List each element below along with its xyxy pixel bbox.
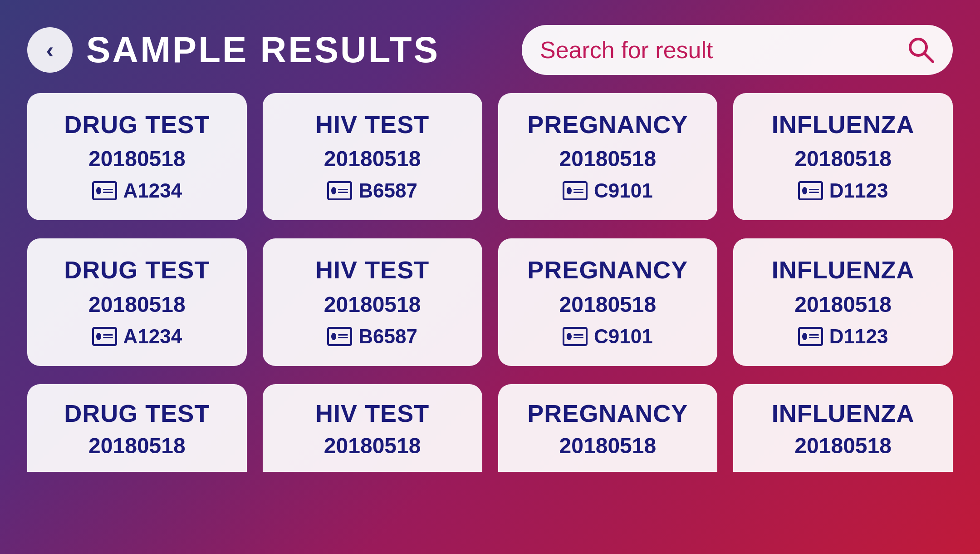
search-bar [522, 25, 953, 75]
id-icon [92, 181, 117, 200]
card-id: C9101 [563, 179, 653, 202]
id-line [103, 192, 113, 193]
card-date: 20180518 [88, 292, 186, 317]
card-title: INFLUENZA [772, 111, 915, 138]
id-lines-icon [103, 334, 113, 338]
id-icon [327, 181, 352, 200]
id-line [338, 189, 348, 190]
id-lines-icon [573, 189, 583, 193]
card-id-value: D1123 [829, 325, 888, 348]
list-item[interactable]: PREGNANCY 20180518 C9101 [498, 238, 718, 366]
id-icon [563, 181, 588, 200]
id-lines-icon [103, 189, 113, 193]
card-date: 20180518 [794, 433, 892, 458]
card-date: 20180518 [324, 146, 421, 171]
id-face-icon [567, 187, 572, 194]
id-face-icon [331, 333, 336, 340]
id-lines-icon [809, 334, 819, 338]
card-title: DRUG TEST [64, 257, 210, 283]
list-item[interactable]: PREGNANCY 20180518 [498, 384, 718, 472]
card-date: 20180518 [559, 146, 657, 171]
list-item[interactable]: PREGNANCY 20180518 C9101 [498, 93, 718, 220]
search-icon [907, 36, 935, 64]
id-lines-icon [338, 334, 348, 338]
id-line [338, 192, 348, 193]
list-item[interactable]: INFLUENZA 20180518 [733, 384, 953, 472]
card-id-value: C9101 [594, 325, 653, 348]
back-button[interactable]: ‹ [27, 27, 73, 73]
card-title: HIV TEST [315, 400, 429, 427]
id-face-icon [802, 187, 807, 194]
list-item[interactable]: HIV TEST 20180518 [263, 384, 482, 472]
main-container: ‹ SAMPLE RESULTS DRUG TEST 20180518 [0, 0, 980, 554]
id-line [809, 334, 819, 336]
header: ‹ SAMPLE RESULTS [27, 25, 953, 75]
card-date: 20180518 [559, 433, 657, 458]
id-face-icon [331, 187, 336, 194]
card-grid-row3: DRUG TEST 20180518 HIV TEST 20180518 PRE… [27, 384, 953, 472]
id-icon [798, 181, 823, 200]
list-item[interactable]: DRUG TEST 20180518 A1234 [27, 93, 247, 220]
page-title: SAMPLE RESULTS [86, 29, 440, 71]
id-line [573, 192, 583, 193]
card-id: D1123 [798, 179, 888, 202]
search-input[interactable] [540, 36, 907, 64]
card-title: PREGNANCY [527, 400, 688, 427]
card-date: 20180518 [88, 146, 186, 171]
id-icon [92, 327, 117, 346]
card-id-value: D1123 [829, 179, 888, 202]
card-id-value: A1234 [123, 325, 182, 348]
card-id-value: A1234 [123, 179, 182, 202]
id-line [573, 189, 583, 190]
id-line [103, 189, 113, 190]
list-item[interactable]: INFLUENZA 20180518 D1123 [733, 238, 953, 366]
id-line [573, 337, 583, 338]
card-grid-row1: DRUG TEST 20180518 A1234 HIV TEST 201805… [27, 93, 953, 220]
id-icon [563, 327, 588, 346]
list-item[interactable]: INFLUENZA 20180518 D1123 [733, 93, 953, 220]
id-lines-icon [809, 189, 819, 193]
id-face-icon [802, 333, 807, 340]
id-lines-icon [573, 334, 583, 338]
card-title: PREGNANCY [527, 111, 688, 138]
card-grid-row2: DRUG TEST 20180518 A1234 HIV TEST 201805… [27, 238, 953, 366]
list-item[interactable]: HIV TEST 20180518 B6587 [263, 93, 482, 220]
list-item[interactable]: DRUG TEST 20180518 A1234 [27, 238, 247, 366]
id-face-icon [96, 333, 101, 340]
card-id-value: B6587 [358, 179, 417, 202]
card-id-value: B6587 [358, 325, 417, 348]
search-button[interactable] [907, 36, 935, 64]
id-lines-icon [338, 189, 348, 193]
card-title: PREGNANCY [527, 257, 688, 283]
svg-line-1 [924, 53, 933, 62]
id-line [573, 334, 583, 336]
header-left: ‹ SAMPLE RESULTS [27, 27, 440, 73]
id-line [338, 337, 348, 338]
id-line [809, 192, 819, 193]
id-face-icon [567, 333, 572, 340]
card-date: 20180518 [324, 292, 421, 317]
card-title: INFLUENZA [772, 400, 915, 427]
card-title: HIV TEST [315, 257, 429, 283]
card-title: DRUG TEST [64, 111, 210, 138]
id-line [809, 189, 819, 190]
card-id: D1123 [798, 325, 888, 348]
card-date: 20180518 [324, 433, 421, 458]
id-line [103, 337, 113, 338]
card-id: A1234 [92, 179, 182, 202]
id-line [809, 337, 819, 338]
id-icon [327, 327, 352, 346]
card-id: A1234 [92, 325, 182, 348]
card-title: HIV TEST [315, 111, 429, 138]
card-id-value: C9101 [594, 179, 653, 202]
id-line [338, 334, 348, 336]
list-item[interactable]: HIV TEST 20180518 B6587 [263, 238, 482, 366]
card-id: B6587 [327, 325, 417, 348]
card-date: 20180518 [794, 292, 892, 317]
list-item[interactable]: DRUG TEST 20180518 [27, 384, 247, 472]
card-title: DRUG TEST [64, 400, 210, 427]
card-date: 20180518 [559, 292, 657, 317]
id-face-icon [96, 187, 101, 194]
id-icon [798, 327, 823, 346]
card-date: 20180518 [88, 433, 186, 458]
